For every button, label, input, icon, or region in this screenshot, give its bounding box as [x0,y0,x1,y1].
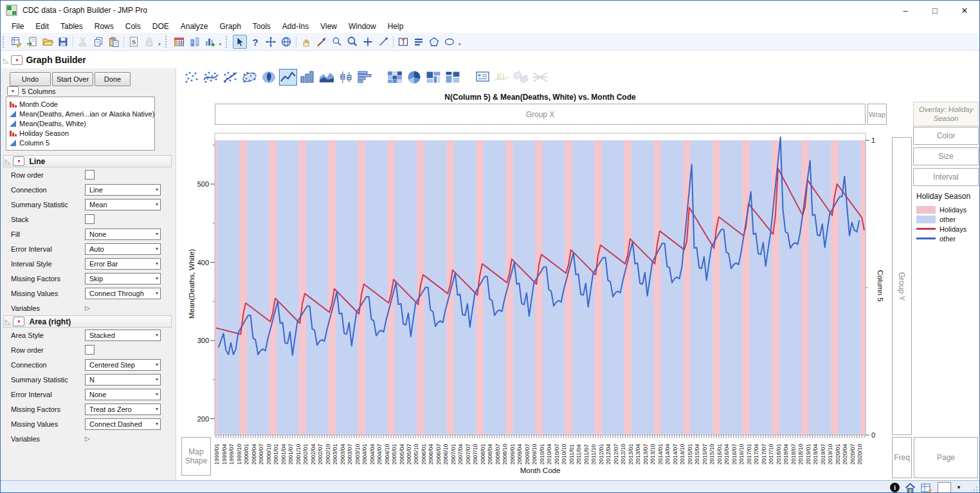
legend-item-other[interactable]: other [916,214,970,224]
toolbar-overflow-icon[interactable]: ▾ [158,42,161,47]
group-y-zone[interactable]: Group Y [892,137,912,435]
toolbar-lines-tool-icon[interactable] [412,35,426,49]
toolbar-arrow-tool-icon[interactable] [233,35,247,49]
toolbar-new-data-table-icon[interactable] [10,35,24,49]
stack-checkbox[interactable] [85,214,95,224]
palette-density-ellipse-icon[interactable] [240,69,259,86]
page-zone[interactable]: Page [914,437,978,478]
collapse-triangle-icon[interactable]: ◺ [5,157,10,165]
toolbar-crosshair-tool-icon[interactable] [361,35,375,49]
red-triangle-menu-icon[interactable]: ▼ [13,156,24,166]
toolbar-overflow-icon[interactable]: ▾ [219,42,222,47]
red-triangle-menu-icon[interactable]: ▼ [13,317,24,326]
toolbar-text-annotation-tool-icon[interactable]: T [396,35,410,49]
done-button[interactable]: Done [95,72,131,86]
palette-box-plot-icon[interactable] [337,69,355,86]
window-settings-icon[interactable] [921,483,932,493]
column-item-mean-deaths-ameri-ian-or-alaska-native[interactable]: Mean(Deaths, Ameri...ian or Alaska Nativ… [9,109,154,118]
size-zone[interactable]: Size [913,147,979,165]
map-shape-zone[interactable]: Map Shape [181,437,211,476]
missing-values-select[interactable]: Connect Dashed▾ [85,418,161,430]
palette-histogram-icon[interactable] [356,69,374,86]
color-theme-box[interactable] [938,482,951,493]
connection-select[interactable]: Line▾ [85,184,161,196]
menu-window[interactable]: Window [343,21,382,32]
error-interval-select[interactable]: Auto▾ [85,243,161,255]
palette-formula-icon[interactable]: f() [493,69,511,86]
connection-select[interactable]: Centered Step▾ [85,359,161,371]
menu-add-ins[interactable]: Add-Ins [277,21,314,32]
palette-pie-icon[interactable] [405,69,423,86]
interval-style-select[interactable]: Error Bar▾ [85,258,161,270]
palette-bar-icon[interactable] [298,69,316,86]
overlay-zone[interactable]: Overlay: Holiday Season [913,102,979,126]
red-triangle-menu-icon[interactable]: ▼ [11,55,23,65]
toolbar-save-file-icon[interactable] [56,35,70,49]
interval-zone[interactable]: Interval [913,168,979,186]
menu-view[interactable]: View [314,21,343,32]
toolbar-zoom-in-tool-icon[interactable] [345,35,359,49]
menu-rows[interactable]: Rows [89,21,120,32]
toolbar-new-graph-icon[interactable] [203,35,217,49]
menu-doe[interactable]: DOE [147,21,175,32]
columns-red-triangle-icon[interactable]: ▼ [7,86,19,96]
row-order-checkbox[interactable] [85,345,95,355]
start-over-button[interactable]: Start Over [52,72,93,86]
toolbar-help-tool-icon[interactable]: ? [248,35,262,49]
palette-mosaic-icon[interactable] [444,69,462,86]
missing-factors-select[interactable]: Treat as Zero▾ [85,404,161,415]
menu-tools[interactable]: Tools [247,21,277,32]
legend-item-holidays[interactable]: Holidays [916,205,970,214]
fill-select[interactable]: None▾ [85,228,161,240]
legend-item-other[interactable]: other [916,234,970,243]
palette-map-shapes-icon[interactable] [512,69,530,86]
menu-graph[interactable]: Graph [213,21,246,32]
close-button[interactable]: ✕ [950,1,979,20]
toolbar-cut-icon[interactable] [76,35,90,49]
palette-treemap-icon[interactable] [424,69,442,86]
toolbar-copy-icon[interactable] [91,35,105,49]
palette-contour-icon[interactable] [260,69,278,86]
toolbar-polygon-tool-icon[interactable] [427,35,441,49]
collapse-triangle-icon[interactable]: ◺ [3,56,8,64]
toolbar-oval-tool-icon[interactable] [442,35,457,49]
palette-heatmap-icon[interactable] [386,69,404,86]
missing-values-select[interactable]: Connect Through▾ [85,288,161,299]
menu-file[interactable]: File [6,21,30,32]
toolbar-paste-icon[interactable] [107,35,121,49]
menu-tables[interactable]: Tables [55,21,89,32]
menu-edit[interactable]: Edit [30,21,55,32]
toolbar-brush-tool-icon[interactable] [314,35,329,49]
toolbar-globe-tool-icon[interactable] [279,35,293,49]
missing-factors-select[interactable]: Skip▾ [85,273,161,284]
toolbar-hand-tool-icon[interactable] [299,35,313,49]
column-item-mean-deaths-white[interactable]: Mean(Deaths, White) [9,118,154,128]
toolbar-lock-icon[interactable] [142,35,156,49]
palette-area-icon[interactable] [318,69,336,86]
wrap-zone[interactable]: Wrap [867,104,887,125]
palette-caption-box-icon[interactable] [473,69,491,86]
row-order-checkbox[interactable] [85,170,95,180]
maximize-button[interactable]: □ [920,1,950,20]
toolbar-pen-tool-icon[interactable] [376,35,390,49]
toolbar-move-tool-icon[interactable] [264,35,278,49]
error-interval-select[interactable]: None▾ [85,389,161,400]
toolbar-open-file-icon[interactable] [41,35,55,49]
summary-statistic-select[interactable]: N▾ [85,374,161,386]
group-x-zone[interactable]: Group X [215,104,866,125]
toolbar-overflow-icon[interactable]: ▾ [458,42,461,47]
toolbar-import-file-icon[interactable] [25,35,39,49]
menu-help[interactable]: Help [382,21,410,32]
palette-smoother-icon[interactable] [202,69,220,86]
variables-disclosure[interactable]: ▷ [85,304,90,312]
minimize-button[interactable]: – [891,1,920,20]
palette-line-of-fit-icon[interactable] [221,69,239,86]
freq-zone[interactable]: Freq [892,437,912,478]
dropdown-caret-icon[interactable]: ▼ [956,485,961,490]
legend-item-holidays[interactable]: Holidays [916,224,970,234]
column-item-column-5[interactable]: Column 5 [9,138,154,147]
variables-disclosure[interactable]: ▷ [85,435,90,442]
info-icon[interactable]: i [890,483,900,492]
resize-grip[interactable] [970,486,978,493]
summary-statistic-select[interactable]: Mean▾ [85,199,161,210]
